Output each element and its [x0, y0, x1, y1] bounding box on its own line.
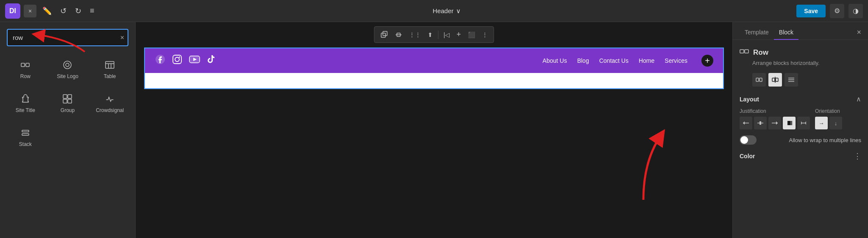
- color-more-button[interactable]: ⋮: [854, 151, 861, 161]
- svg-point-23: [179, 56, 180, 58]
- justify-right[interactable]: [768, 117, 781, 129]
- block-item-table[interactable]: Table: [91, 55, 128, 84]
- toolbar-up-button[interactable]: ⬆: [425, 30, 435, 40]
- justify-right-align[interactable]: [783, 117, 796, 129]
- layout-toggle-button[interactable]: ∧: [856, 95, 861, 103]
- brush-button[interactable]: ✏️: [40, 5, 54, 17]
- instagram-icon[interactable]: [172, 54, 182, 67]
- tiktok-icon[interactable]: [207, 54, 216, 67]
- header-dropdown[interactable]: Header ∨: [433, 7, 461, 15]
- close-icon: ×: [28, 8, 32, 14]
- block-label-crowdsignal: Crowdsignal: [96, 107, 124, 113]
- block-label-group: Group: [61, 107, 75, 113]
- nav-link-contact[interactable]: Contact Us: [599, 57, 629, 64]
- undo-button[interactable]: ↺: [58, 5, 69, 17]
- block-grid: Row Site Logo: [7, 55, 128, 151]
- block-item-crowdsignal[interactable]: Crowdsignal: [91, 89, 128, 118]
- svg-marker-46: [801, 121, 802, 125]
- svg-rect-30: [756, 78, 759, 81]
- svg-rect-21: [173, 55, 181, 64]
- svg-rect-44: [787, 121, 791, 125]
- align-options: [752, 73, 861, 87]
- canvas-area: ⋮⋮ ⬆ |◁ + ⬛ ⋮: [136, 22, 732, 238]
- gear-icon: ⚙: [834, 7, 840, 15]
- orient-horizontal[interactable]: →: [815, 117, 828, 129]
- toolbar-move-button[interactable]: ⋮⋮: [406, 30, 423, 40]
- horizontal-icon: →: [819, 120, 824, 126]
- svg-rect-10: [63, 95, 67, 98]
- right-panel-tabs: Template Block ×: [733, 22, 868, 40]
- close-button[interactable]: ×: [24, 5, 36, 17]
- contrast-icon: ◑: [853, 7, 859, 15]
- add-block-button[interactable]: +: [701, 55, 713, 67]
- svg-rect-33: [776, 78, 778, 81]
- align-btn-1[interactable]: [752, 73, 766, 87]
- nav-link-services[interactable]: Services: [665, 57, 687, 64]
- search-input[interactable]: [7, 29, 128, 46]
- justify-left[interactable]: [740, 117, 752, 129]
- align-left-icon: |◁: [443, 31, 450, 38]
- layout-section-title: Layout: [740, 96, 759, 103]
- panel-close-button[interactable]: ×: [857, 28, 861, 37]
- svg-rect-6: [106, 62, 114, 68]
- more-icon: ⋮: [482, 31, 488, 38]
- facebook-icon[interactable]: [155, 54, 165, 67]
- toolbar-center-button[interactable]: [392, 29, 405, 40]
- block-subtitle: Arrange blocks horizontally.: [752, 60, 861, 66]
- align-btn-3[interactable]: [785, 73, 798, 87]
- canvas-toolbar: ⋮⋮ ⬆ |◁ + ⬛ ⋮: [374, 26, 494, 43]
- wrap-row: Allow to wrap to multiple lines: [740, 135, 861, 145]
- nav-links: About Us Blog Contact Us Home Services +: [542, 55, 713, 67]
- block-title-row: Row: [740, 47, 861, 58]
- site-title-icon: [19, 93, 31, 105]
- save-button[interactable]: Save: [796, 5, 826, 17]
- search-clear-button[interactable]: ×: [120, 34, 124, 42]
- svg-marker-43: [776, 121, 778, 125]
- block-item-site-logo[interactable]: Site Logo: [49, 55, 86, 84]
- block-item-site-title[interactable]: Site Title: [7, 89, 44, 118]
- svg-rect-28: [745, 50, 748, 53]
- toolbar-duplicate-button[interactable]: [378, 29, 390, 40]
- logo-button[interactable]: DI: [5, 3, 20, 19]
- row-icon: [19, 59, 31, 71]
- list-button[interactable]: ≡: [87, 5, 97, 17]
- block-item-row[interactable]: Row: [7, 55, 44, 84]
- block-label-site-title: Site Title: [16, 107, 35, 113]
- wrap-toggle[interactable]: [740, 135, 757, 145]
- toolbar-more-button[interactable]: ⋮: [479, 30, 490, 40]
- site-logo-icon: [61, 59, 73, 71]
- align-btn-2[interactable]: [768, 73, 782, 87]
- nav-link-blog[interactable]: Blog: [577, 57, 589, 64]
- block-title-icon: [740, 47, 749, 58]
- top-bar-right: Save ⚙ ◑: [796, 4, 863, 18]
- svg-rect-1: [21, 63, 25, 67]
- settings-button[interactable]: ⚙: [830, 4, 844, 18]
- toolbar-block-button[interactable]: ⬛: [465, 30, 478, 40]
- nav-link-home[interactable]: Home: [639, 57, 654, 64]
- tab-block[interactable]: Block: [774, 25, 798, 40]
- block-item-stack[interactable]: Stack: [7, 123, 44, 151]
- toolbar-align-left-button[interactable]: |◁: [441, 30, 452, 40]
- block-item-group[interactable]: Group: [49, 89, 86, 118]
- orientation-label: Orientation: [815, 108, 861, 114]
- add-icon: +: [705, 56, 710, 66]
- header-label: Header: [433, 7, 453, 14]
- layout-section-header: Layout ∧: [740, 95, 861, 103]
- youtube-icon[interactable]: [189, 54, 200, 67]
- header-white-bar: [145, 73, 723, 88]
- justify-stretch[interactable]: [797, 117, 810, 129]
- contrast-button[interactable]: ◑: [849, 4, 863, 18]
- redo-button[interactable]: ↻: [72, 5, 84, 17]
- toolbar-add-button[interactable]: +: [454, 28, 464, 41]
- svg-point-22: [175, 57, 179, 62]
- justify-center[interactable]: [754, 117, 767, 129]
- orient-vertical[interactable]: ↓: [829, 117, 842, 129]
- table-icon: [104, 59, 116, 71]
- block-label-row: Row: [20, 73, 31, 79]
- svg-rect-15: [22, 134, 29, 135]
- tab-template[interactable]: Template: [740, 25, 774, 40]
- right-panel: Template Block × Row Arrange bl: [732, 22, 868, 238]
- nav-link-about[interactable]: About Us: [542, 57, 567, 64]
- svg-rect-17: [383, 31, 387, 36]
- group-icon: [61, 93, 73, 105]
